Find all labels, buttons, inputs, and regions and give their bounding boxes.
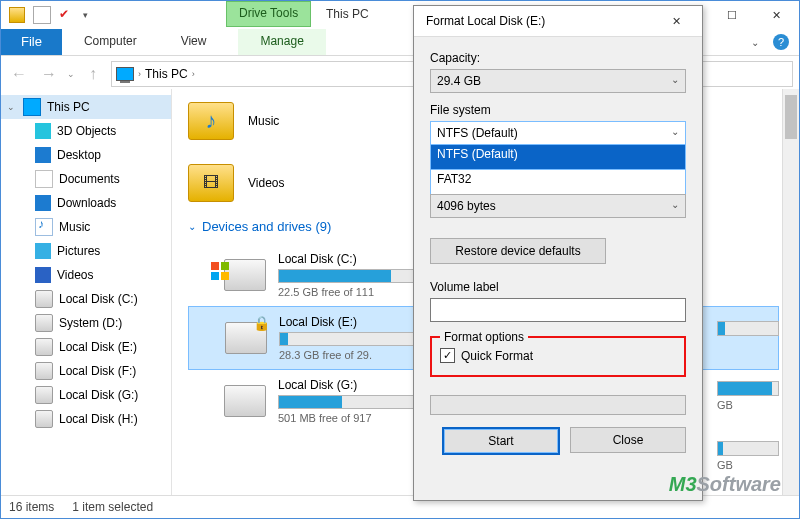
folder-tile-videos[interactable]: 🎞 Videos (188, 164, 284, 202)
breadcrumb-this-pc[interactable]: This PC (145, 67, 188, 81)
tree-item[interactable]: Local Disk (C:) (1, 287, 171, 311)
peek-suffix: GB (717, 459, 777, 471)
format-dialog: Format Local Disk (E:) ✕ Capacity: 29.4 … (413, 5, 703, 501)
restore-defaults-button[interactable]: Restore device defaults (430, 238, 606, 264)
tree-item-label: Music (59, 220, 90, 234)
tree-item-label: Local Disk (H:) (59, 412, 138, 426)
nav-back-button[interactable]: ← (7, 62, 31, 86)
maximize-button[interactable]: ☐ (709, 1, 754, 29)
tree-item-label: System (D:) (59, 316, 122, 330)
collapse-ribbon-icon[interactable]: ⌄ (751, 37, 759, 48)
drive-info: Local Disk (C:)22.5 GB free of 111 (278, 252, 420, 298)
drive-name: Local Disk (G:) (278, 378, 420, 392)
filesystem-label: File system (430, 103, 686, 117)
scrollbar-thumb[interactable] (785, 95, 797, 139)
tree-item-label: Local Disk (F:) (59, 364, 136, 378)
drive-tile-peek[interactable]: GB (717, 381, 777, 425)
format-progress-bar (430, 395, 686, 415)
tree-item-label: Videos (57, 268, 93, 282)
explorer-window: ✔ ▾ Drive Tools This PC — ☐ ✕ File Compu… (0, 0, 800, 519)
tree-item[interactable]: Pictures (1, 239, 171, 263)
ribbon-tab-view[interactable]: View (159, 29, 229, 55)
capacity-bar (278, 269, 420, 283)
tree-item-label: Local Disk (C:) (59, 292, 138, 306)
dialog-close-button[interactable]: ✕ (656, 15, 696, 28)
capacity-label: Capacity: (430, 51, 686, 65)
volume-label-input[interactable] (430, 298, 686, 322)
breadcrumb-chevron-icon[interactable]: › (192, 69, 195, 79)
filesystem-option-fat32[interactable]: FAT32 (430, 170, 686, 195)
tree-item[interactable]: Local Disk (E:) (1, 335, 171, 359)
capacity-bar (279, 332, 421, 346)
tree-item[interactable]: Local Disk (G:) (1, 383, 171, 407)
dialog-button-row: Start Close (430, 427, 686, 455)
chevron-down-icon: ⌄ (671, 199, 679, 210)
folder-tile-music[interactable]: ♪ Music (188, 102, 279, 140)
drive-free-text: 22.5 GB free of 111 (278, 286, 420, 298)
filesystem-option-ntfs[interactable]: NTFS (Default) (430, 145, 686, 170)
pc-icon (116, 67, 134, 81)
ribbon-tab-manage[interactable]: Manage (238, 29, 325, 55)
watermark-logo: M3Software (669, 473, 781, 496)
white-icon (35, 170, 53, 188)
tree-item-label: Local Disk (E:) (59, 340, 137, 354)
blue-icon (35, 195, 51, 211)
disk-icon (35, 410, 53, 428)
status-selection: 1 item selected (72, 500, 153, 514)
drive-tile-peek[interactable] (717, 321, 777, 365)
qat-properties-icon[interactable] (33, 6, 51, 24)
tree-item[interactable]: System (D:) (1, 311, 171, 335)
tree-item[interactable]: Documents (1, 167, 171, 191)
disk-icon (35, 386, 53, 404)
music-folder-icon: ♪ (188, 102, 234, 140)
status-item-count: 16 items (9, 500, 54, 514)
tree-item-label: Pictures (57, 244, 100, 258)
help-icon[interactable]: ? (773, 34, 789, 50)
vertical-scrollbar[interactable] (782, 89, 799, 496)
folder-label: Music (248, 114, 279, 128)
nav-up-button[interactable]: ↑ (81, 62, 105, 86)
quick-format-checkbox[interactable]: ✓ (440, 348, 455, 363)
start-button[interactable]: Start (442, 427, 560, 455)
filesystem-value: NTFS (Default) (437, 126, 518, 140)
tree-item-label: Desktop (57, 148, 101, 162)
dialog-title-bar[interactable]: Format Local Disk (E:) ✕ (414, 6, 702, 37)
capacity-bar (278, 395, 420, 409)
nav-tree[interactable]: ⌄ This PC 3D ObjectsDesktopDocumentsDown… (1, 89, 172, 496)
quick-format-checkbox-row[interactable]: ✓ Quick Format (440, 348, 676, 363)
file-tab[interactable]: File (1, 29, 62, 55)
disk-icon (35, 314, 53, 332)
cyan-icon (35, 123, 51, 139)
tree-item[interactable]: 3D Objects (1, 119, 171, 143)
tree-item[interactable]: Music (1, 215, 171, 239)
tree-item-label: Local Disk (G:) (59, 388, 138, 402)
close-button[interactable]: ✕ (754, 1, 799, 29)
tree-item[interactable]: Desktop (1, 143, 171, 167)
breadcrumb-chevron-icon[interactable]: › (138, 69, 141, 79)
drive-info: Local Disk (G:)501 MB free of 917 (278, 378, 420, 424)
drive-free-text: 501 MB free of 917 (278, 412, 420, 424)
quick-access-toolbar: ✔ ▾ (1, 6, 88, 24)
nav-forward-button[interactable]: → (37, 62, 61, 86)
allocation-unit-dropdown[interactable]: 4096 bytes ⌄ (430, 194, 686, 218)
tree-item-label: Documents (59, 172, 120, 186)
ribbon-tab-computer[interactable]: Computer (62, 29, 159, 55)
tree-this-pc[interactable]: ⌄ This PC (1, 95, 171, 119)
tree-item[interactable]: Downloads (1, 191, 171, 215)
capacity-dropdown[interactable]: 29.4 GB ⌄ (430, 69, 686, 93)
format-options-legend: Format options (440, 330, 528, 344)
pic-icon (35, 243, 51, 259)
explorer-app-icon (9, 7, 25, 23)
qat-new-folder-icon[interactable]: ✔ (59, 7, 75, 23)
drive-icon (224, 259, 266, 291)
tree-item[interactable]: Local Disk (F:) (1, 359, 171, 383)
tree-item[interactable]: Local Disk (H:) (1, 407, 171, 431)
nav-history-chevron-icon[interactable]: ⌄ (67, 69, 75, 79)
qat-customize-caret-icon[interactable]: ▾ (83, 10, 88, 20)
close-dialog-button[interactable]: Close (570, 427, 686, 453)
drive-icon (225, 322, 267, 354)
folder-label: Videos (248, 176, 284, 190)
filesystem-dropdown[interactable]: NTFS (Default) ⌄ (430, 121, 686, 145)
tree-item-label: This PC (47, 100, 90, 114)
tree-item[interactable]: Videos (1, 263, 171, 287)
